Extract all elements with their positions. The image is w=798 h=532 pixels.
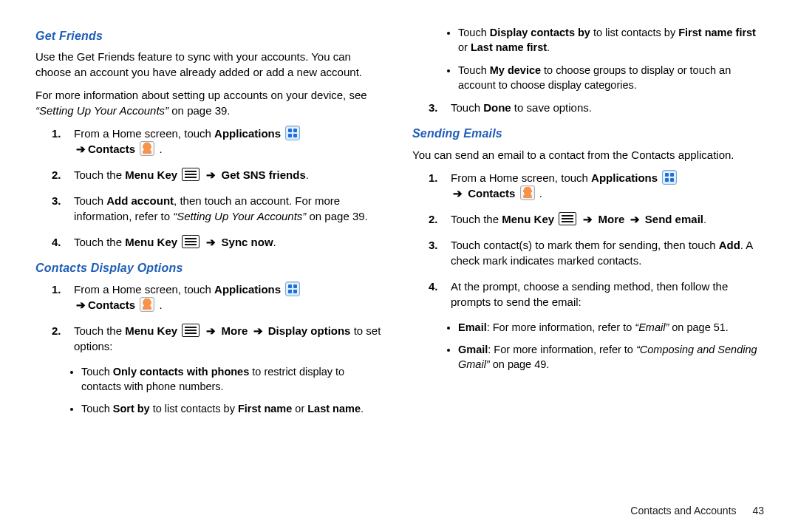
label-menu-key: Menu Key: [502, 213, 554, 225]
display-options-steps: 1. From a Home screen, touch Application…: [35, 282, 387, 354]
step-number: 1.: [429, 170, 438, 185]
arrow-icon: ➔: [74, 143, 88, 155]
arrow-icon: ➔: [204, 168, 218, 181]
step-number: 2.: [52, 323, 61, 338]
ref-email: “Email”: [635, 321, 669, 333]
text: Touch: [458, 64, 490, 76]
text: Touch: [81, 366, 113, 378]
arrow-icon: ➔: [204, 236, 218, 248]
text: Touch the: [74, 324, 125, 337]
text: Touch contact(s) to mark them for sendin…: [451, 239, 719, 251]
step-4: 4. Touch the Menu Key ➔ Sync now.: [74, 234, 387, 250]
text: or: [292, 403, 307, 415]
label: Display contacts by: [490, 27, 590, 38]
step-number: 3.: [429, 100, 438, 115]
label: Email: [458, 321, 487, 333]
get-friends-steps: 1. From a Home screen, touch Application…: [35, 126, 387, 250]
step-1: 1. From a Home screen, touch Application…: [74, 126, 387, 157]
arrow-icon: ➔: [204, 324, 218, 337]
text: At the prompt, choose a sending method, …: [451, 280, 728, 308]
arrow-icon: ➔: [628, 213, 642, 225]
applications-icon: [662, 170, 677, 185]
text: Touch: [74, 194, 106, 207]
step-1: 1. From a Home screen, touch Application…: [451, 170, 764, 201]
step-number: 4.: [52, 234, 61, 250]
sending-emails-sub-bullets: Email: For more information, refer to “E…: [412, 320, 764, 372]
manual-page: Get Friends Use the Get Friends feature …: [0, 0, 798, 532]
label: Only contacts with phones: [113, 366, 250, 378]
text: on page 39.: [168, 104, 230, 117]
period: .: [160, 299, 163, 311]
text: on page 39.: [306, 210, 367, 222]
step-number: 3.: [429, 237, 438, 253]
label-add: Add: [719, 239, 740, 251]
text: to save options.: [511, 101, 592, 114]
contacts-icon: [140, 297, 154, 312]
label: Last name: [307, 403, 361, 415]
text: to list contacts by: [590, 27, 678, 38]
left-column: Get Friends Use the Get Friends feature …: [35, 22, 387, 424]
label-contacts: Contacts: [88, 143, 135, 155]
text: For more information about setting up ac…: [35, 89, 367, 101]
display-options-bullets-continued: Touch Display contacts by to list contac…: [412, 25, 764, 92]
text: on page 51.: [669, 321, 729, 333]
sending-emails-steps: 1. From a Home screen, touch Application…: [412, 170, 764, 310]
arrow-icon: ➔: [251, 324, 265, 337]
text: Touch: [458, 27, 490, 38]
ref-setting-up-accounts: “Setting Up Your Accounts”: [35, 104, 168, 117]
step-number: 1.: [52, 126, 61, 141]
label-done: Done: [483, 101, 511, 114]
applications-icon: [285, 126, 300, 140]
text: Touch the: [74, 168, 125, 181]
label-contacts: Contacts: [88, 299, 135, 311]
text: : For more information, refer to: [487, 321, 635, 333]
text: From a Home screen, touch: [74, 283, 214, 296]
label-contacts: Contacts: [468, 187, 515, 200]
label: Gmail: [458, 344, 488, 355]
label-applications: Applications: [591, 171, 658, 184]
text: on page 49.: [490, 358, 550, 370]
step-number: 2.: [429, 211, 438, 227]
menu-key-icon: [182, 168, 200, 181]
text: From a Home screen, touch: [74, 127, 214, 140]
menu-key-icon: [182, 235, 200, 248]
label-sync-now: Sync now: [222, 236, 273, 248]
arrow-icon: ➔: [74, 299, 88, 311]
text: From a Home screen, touch: [451, 171, 591, 184]
step-3: 3. Touch Add account, then touch an acco…: [74, 193, 387, 224]
heading-get-friends: Get Friends: [35, 28, 387, 44]
label-more: More: [222, 324, 248, 337]
menu-key-icon: [559, 212, 576, 225]
step-number: 1.: [52, 282, 61, 297]
contacts-icon: [520, 185, 535, 200]
period: .: [539, 187, 542, 200]
bullet-display-contacts-by: Touch Display contacts by to list contac…: [458, 25, 764, 55]
step-3: 3. Touch contact(s) to mark them for sen…: [451, 237, 764, 268]
label-add-account: Add account: [106, 194, 174, 207]
period: .: [273, 236, 276, 248]
label-menu-key: Menu Key: [125, 168, 177, 181]
text: Touch: [81, 403, 113, 415]
get-friends-crossref: For more information about setting up ac…: [35, 87, 387, 118]
footer-section-label: Contacts and Accounts: [630, 505, 736, 516]
heading-sending-emails: Sending Emails: [412, 126, 764, 142]
bullet-only-contacts-with-phones: Touch Only contacts with phones to restr…: [81, 364, 387, 395]
label: Last name first: [471, 41, 547, 53]
label: Sort by: [113, 403, 150, 415]
step-4: 4. At the prompt, choose a sending metho…: [451, 279, 764, 310]
page-number: 43: [752, 505, 764, 516]
contacts-icon: [140, 141, 154, 156]
ref-setting-up-accounts: “Setting Up Your Accounts”: [173, 210, 306, 222]
text: to list contacts by: [150, 403, 238, 415]
label: First name first: [678, 27, 756, 38]
heading-contacts-display-options: Contacts Display Options: [35, 260, 387, 276]
step-2: 2. Touch the Menu Key ➔ More ➔ Display o…: [74, 323, 387, 354]
text: or: [458, 41, 471, 53]
text: Touch the: [451, 213, 502, 225]
period: .: [160, 143, 163, 155]
label-send-email: Send email: [645, 213, 703, 225]
get-friends-intro: Use the Get Friends feature to sync with…: [35, 49, 387, 80]
arrow-icon: ➔: [581, 213, 595, 225]
label: My device: [490, 64, 541, 76]
period: .: [547, 41, 550, 53]
